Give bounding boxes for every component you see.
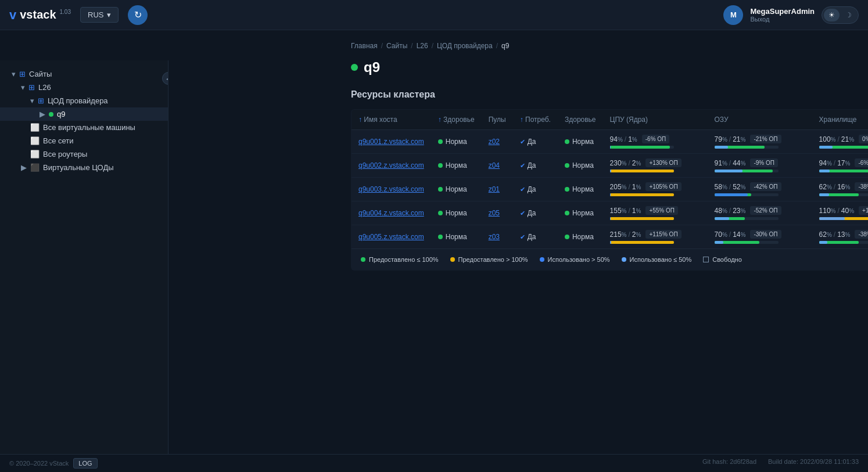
host-link[interactable]: q9u004.z.vstack.com: [358, 209, 424, 217]
breadcrumb-sites[interactable]: Сайты: [386, 42, 407, 50]
cell-hostname: q9u004.z.vstack.com: [351, 201, 431, 225]
sidebar-item-all-networks[interactable]: ⬜ Все сети: [0, 134, 168, 147]
footer-git-hash: Git hash: 2d6f28ad: [702, 458, 756, 469]
health-label: Норма: [446, 209, 467, 217]
col-consumed[interactable]: Потреб.: [513, 110, 558, 130]
cell-cpu: 205% / 1% +105% ОП: [603, 178, 708, 201]
ram-val2: 44%: [733, 159, 745, 167]
pool-link[interactable]: z03: [489, 233, 500, 241]
chevron-down-icon: ▾: [21, 83, 25, 92]
folder-icon: ⊞: [38, 96, 44, 105]
health2-label: Норма: [572, 185, 594, 193]
cell-consumed: ✔ Да: [513, 201, 558, 225]
cell-hostname: q9u002.z.vstack.com: [351, 154, 431, 178]
chevron-right-icon: ▶: [21, 163, 27, 172]
cpu-val: 205%: [610, 183, 627, 191]
legend-item-dark-blue: Использовано > 50%: [540, 256, 610, 263]
theme-dark-button[interactable]: ☽: [841, 9, 856, 21]
theme-light-button[interactable]: ☀: [824, 9, 840, 21]
stor-badge: +10% ОП: [859, 206, 868, 215]
col-ram: ОЗУ: [708, 110, 812, 130]
cell-storage: 110% / 40% +10% ОП: [812, 201, 868, 225]
check-icon: ✔: [520, 138, 525, 146]
network-icon: ⬜: [30, 136, 40, 145]
sidebar-item-virtual-datacenters[interactable]: ▶ ⬛ Виртуальные ЦОДы: [0, 161, 168, 174]
breadcrumb-home[interactable]: Главная: [351, 42, 378, 50]
user-info: MegaSuperAdmin Выход: [750, 7, 815, 23]
cell-hostname: q9u001.z.vstack.com: [351, 130, 431, 154]
host-link[interactable]: q9u001.z.vstack.com: [358, 138, 424, 146]
pool-link[interactable]: z05: [489, 209, 500, 217]
health-dot: [565, 187, 569, 192]
ram-sep: /: [729, 135, 731, 143]
sidebar-item-l26[interactable]: ▾ ⊞ L26: [0, 81, 168, 94]
chevron-down-icon: ▾: [30, 96, 34, 105]
col-pools: Пулы: [482, 110, 513, 130]
sidebar-item-all-routers[interactable]: ⬜ Все роутеры: [0, 147, 168, 161]
sidebar-item-label: q9: [57, 110, 65, 118]
sidebar-item-q9[interactable]: ▶ q9: [0, 107, 168, 121]
cpu-val2: 2%: [632, 230, 641, 239]
legend-dot-yellow: [450, 257, 455, 262]
sidebar-item-sites[interactable]: ▾ ⊞ Сайты: [0, 67, 168, 81]
host-link[interactable]: q9u002.z.vstack.com: [358, 161, 424, 170]
consumed-label: Да: [528, 233, 536, 241]
stor-val: 100%: [819, 135, 836, 143]
avatar: M: [723, 5, 743, 25]
cell-health2: Норма: [558, 201, 603, 225]
health2-label: Норма: [572, 138, 594, 146]
ram-val2: 23%: [733, 207, 745, 215]
health-label: Норма: [446, 233, 467, 241]
check-icon: ✔: [520, 210, 525, 217]
col-hostname[interactable]: Имя хоста: [351, 110, 431, 130]
cpu-badge: +115% ОП: [645, 230, 681, 239]
consumed-label: Да: [528, 209, 536, 217]
breadcrumb-datacenter[interactable]: ЦОД провайдера: [437, 42, 493, 50]
table-row: q9u002.z.vstack.com Норма z04 ✔ Да Норма: [351, 154, 869, 178]
logout-link[interactable]: Выход: [750, 16, 815, 23]
table-row: q9u001.z.vstack.com Норма z02 ✔ Да Норма: [351, 130, 869, 154]
sidebar-item-label: L26: [38, 83, 51, 92]
sidebar-item-all-vms[interactable]: ⬜ Все виртуальные машины: [0, 121, 168, 134]
cpu-badge: +105% ОП: [645, 182, 681, 191]
log-button[interactable]: LOG: [73, 458, 97, 469]
breadcrumb-current: q9: [501, 42, 509, 50]
cell-hostname: q9u003.z.vstack.com: [351, 178, 431, 201]
user-name: MegaSuperAdmin: [750, 7, 815, 16]
cell-health1: Норма: [431, 154, 482, 178]
cell-health1: Норма: [431, 201, 482, 225]
status-dot: [49, 112, 53, 117]
host-link[interactable]: q9u005.z.vstack.com: [358, 233, 424, 241]
host-link[interactable]: q9u003.z.vstack.com: [358, 185, 424, 193]
refresh-icon: ↻: [134, 9, 142, 20]
footer-build-date: Build date: 2022/09/28 11:01:33: [768, 458, 859, 469]
cpu-val: 230%: [610, 159, 627, 167]
stor-val: 62%: [819, 230, 832, 239]
pool-link[interactable]: z01: [489, 185, 500, 193]
consumed-label: Да: [528, 161, 536, 170]
stor-badge: -6% ОП: [855, 158, 868, 167]
pool-link[interactable]: z02: [489, 138, 500, 146]
cpu-sep: /: [625, 135, 626, 143]
cell-health2: Норма: [558, 154, 603, 178]
refresh-button[interactable]: ↻: [128, 5, 148, 25]
sidebar-item-datacenter[interactable]: ▾ ⊞ ЦОД провайдера: [0, 94, 168, 107]
health-label: Норма: [446, 185, 467, 193]
cpu-badge: +130% ОП: [645, 158, 681, 167]
cpu-val2: 1%: [632, 183, 641, 191]
cell-pool: z01: [482, 178, 513, 201]
stor-val: 62%: [819, 183, 832, 191]
lang-button[interactable]: RUS ▾: [80, 7, 119, 23]
breadcrumb-l26[interactable]: L26: [417, 42, 428, 50]
logo-icon: v: [9, 8, 16, 23]
stor-sep: /: [837, 135, 839, 143]
health-dot: [565, 235, 569, 239]
folder-icon: ⊞: [28, 83, 35, 92]
cell-health2: Норма: [558, 130, 603, 154]
ram-sep: /: [729, 207, 731, 215]
pool-link[interactable]: z04: [489, 161, 500, 170]
ram-sep: /: [729, 230, 731, 239]
col-health1[interactable]: Здоровье: [431, 110, 482, 130]
legend-item-light-blue: Использовано ≤ 50%: [622, 256, 692, 263]
vm-icon: ⬜: [30, 123, 40, 132]
